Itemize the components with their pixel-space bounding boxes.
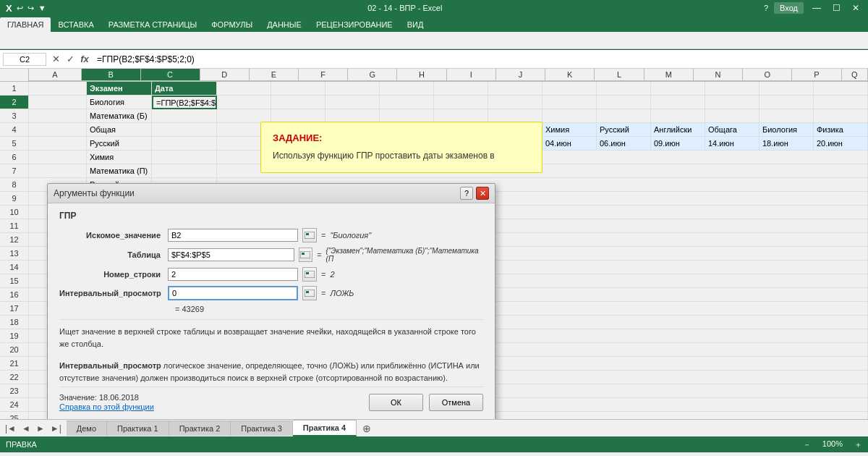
dialog-input-1[interactable] bbox=[168, 229, 298, 242]
tab-разметка[interactable]: РАЗМЕТКА СТРАНИЦЫ bbox=[101, 17, 204, 32]
cell-m4[interactable]: Общага bbox=[705, 123, 760, 137]
cell-b7[interactable]: Математика (П) bbox=[87, 164, 152, 178]
sheet-tab-demo[interactable]: Демо bbox=[67, 421, 107, 436]
cell-a2[interactable] bbox=[29, 96, 87, 109]
cell-b3[interactable]: Математика (Б) bbox=[87, 109, 152, 123]
cell-n1[interactable] bbox=[760, 82, 814, 96]
cell-a7[interactable] bbox=[29, 164, 87, 178]
sheet-nav-next[interactable]: ► bbox=[34, 423, 47, 434]
cell-l5[interactable]: 09.июн bbox=[651, 137, 705, 151]
col-header-n[interactable]: N bbox=[694, 69, 743, 81]
cell-j4[interactable]: Химия bbox=[542, 123, 597, 137]
confirm-formula-icon[interactable]: ✓ bbox=[64, 53, 77, 66]
cell-c4[interactable] bbox=[152, 123, 217, 137]
dialog-input-3[interactable] bbox=[168, 268, 298, 281]
col-header-o[interactable]: O bbox=[743, 69, 792, 81]
formula-input[interactable] bbox=[94, 53, 865, 66]
col-header-g[interactable]: G bbox=[348, 69, 397, 81]
cell-j5[interactable]: 04.июн bbox=[542, 137, 597, 151]
col-header-h[interactable]: H bbox=[397, 69, 446, 81]
cell-f2[interactable] bbox=[326, 96, 380, 109]
quick-access-customize[interactable]: ▼ bbox=[38, 4, 46, 12]
sheet-tab-practice2[interactable]: Практика 2 bbox=[169, 421, 231, 436]
cell-d1[interactable] bbox=[217, 82, 271, 96]
cell-c2[interactable]: =ГПР(B2;$F$4:$P$5;2;0) bbox=[152, 96, 217, 109]
close-button[interactable]: ✕ bbox=[849, 3, 862, 13]
cell-k3[interactable] bbox=[597, 109, 651, 123]
cell-m3[interactable] bbox=[705, 109, 760, 123]
cell-m2[interactable] bbox=[705, 96, 760, 109]
cell-a1[interactable] bbox=[29, 82, 87, 96]
cell-n4[interactable]: Биология bbox=[760, 123, 814, 137]
insert-function-icon[interactable]: fx bbox=[78, 53, 91, 66]
tab-главная[interactable]: ГЛАВНАЯ bbox=[0, 17, 51, 32]
cell-l1[interactable] bbox=[651, 82, 705, 96]
cell-n5[interactable]: 18.июн bbox=[760, 137, 814, 151]
cell-n3[interactable] bbox=[760, 109, 814, 123]
col-header-l[interactable]: L bbox=[595, 69, 644, 81]
minimize-button[interactable]: — bbox=[809, 3, 824, 13]
col-header-f[interactable]: F bbox=[299, 69, 348, 81]
cell-a4[interactable] bbox=[29, 123, 87, 137]
cell-b2[interactable]: Биология bbox=[87, 96, 152, 109]
cell-h1[interactable] bbox=[434, 82, 488, 96]
dialog-range-btn-3[interactable] bbox=[302, 267, 317, 282]
status-zoom-out[interactable]: － bbox=[803, 439, 811, 450]
tab-данные[interactable]: ДАННЫЕ bbox=[260, 17, 309, 32]
cancel-formula-icon[interactable]: ✕ bbox=[49, 53, 62, 66]
cell-m1[interactable] bbox=[705, 82, 760, 96]
cell-b6[interactable]: Химия bbox=[87, 151, 152, 164]
cell-c6[interactable] bbox=[152, 151, 217, 164]
col-header-c[interactable]: C bbox=[141, 69, 200, 81]
cell-a3[interactable] bbox=[29, 109, 87, 123]
cell-n2[interactable] bbox=[760, 96, 814, 109]
tab-вставка[interactable]: ВСТАВКА bbox=[51, 17, 101, 32]
sheet-tab-practice4[interactable]: Практика 4 bbox=[293, 420, 357, 436]
sheet-add-tab[interactable]: ⊕ bbox=[357, 420, 377, 437]
dialog-range-btn-4[interactable] bbox=[302, 286, 317, 300]
col-header-q[interactable]: Q bbox=[842, 69, 868, 81]
tab-рецензирование[interactable]: РЕЦЕНЗИРОВАНИЕ bbox=[309, 17, 400, 32]
signin-button[interactable]: Вход bbox=[774, 2, 804, 14]
dialog-close-button[interactable]: ✕ bbox=[476, 187, 489, 200]
cell-a5[interactable] bbox=[29, 137, 87, 151]
status-zoom-in[interactable]: ＋ bbox=[854, 439, 862, 450]
cell-j3[interactable] bbox=[542, 109, 597, 123]
cell-g2[interactable] bbox=[380, 96, 434, 109]
cell-d2[interactable] bbox=[217, 96, 271, 109]
cell-k4[interactable]: Русский bbox=[597, 123, 651, 137]
col-header-j[interactable]: J bbox=[496, 69, 545, 81]
cell-c7[interactable] bbox=[152, 164, 217, 178]
sheet-tab-practice3[interactable]: Практика 3 bbox=[231, 421, 293, 436]
sheet-tab-practice1[interactable]: Практика 1 bbox=[107, 421, 169, 436]
quick-access-undo[interactable]: ↩ bbox=[17, 4, 23, 13]
cell-c1[interactable]: Дата bbox=[152, 82, 217, 96]
cell-e1[interactable] bbox=[271, 82, 326, 96]
col-header-i[interactable]: I bbox=[447, 69, 496, 81]
col-header-m[interactable]: M bbox=[644, 69, 694, 81]
cell-c5[interactable] bbox=[152, 137, 217, 151]
cell-h2[interactable] bbox=[434, 96, 488, 109]
tab-формулы[interactable]: ФОРМУЛЫ bbox=[204, 17, 260, 32]
cell-j2[interactable] bbox=[542, 96, 597, 109]
sheet-nav-last[interactable]: ►| bbox=[48, 423, 64, 434]
dialog-cancel-button[interactable]: Отмена bbox=[429, 394, 483, 411]
col-header-a[interactable]: A bbox=[29, 69, 82, 81]
cell-o4[interactable]: Физика bbox=[814, 123, 868, 137]
col-header-k[interactable]: K bbox=[545, 69, 595, 81]
help-icon[interactable]: ? bbox=[764, 4, 768, 12]
dialog-range-btn-1[interactable] bbox=[302, 228, 317, 242]
dialog-ok-button[interactable]: ОК bbox=[369, 394, 423, 411]
dialog-help-link[interactable]: Справка по этой функции bbox=[59, 402, 154, 411]
cell-i2[interactable] bbox=[488, 96, 542, 109]
cell-o2[interactable] bbox=[814, 96, 868, 109]
cell-b5[interactable]: Русский bbox=[87, 137, 152, 151]
cell-m5[interactable]: 14.июн bbox=[705, 137, 760, 151]
cell-reference-input[interactable] bbox=[3, 53, 46, 66]
cell-l3[interactable] bbox=[651, 109, 705, 123]
cell-o5[interactable]: 20.июн bbox=[814, 137, 868, 151]
cell-l4[interactable]: Английски bbox=[651, 123, 705, 137]
cell-b4[interactable]: Общая bbox=[87, 123, 152, 137]
dialog-input-2[interactable] bbox=[168, 248, 294, 261]
cell-i1[interactable] bbox=[488, 82, 542, 96]
